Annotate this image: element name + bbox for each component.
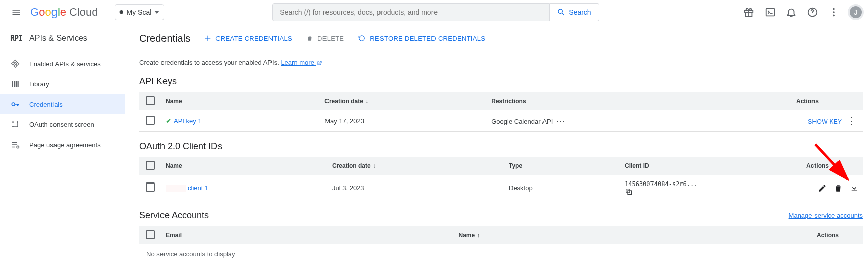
- sort-down-icon: ↓: [365, 98, 368, 105]
- select-all-checkbox[interactable]: [146, 161, 155, 170]
- project-icon: ⬢: [119, 9, 124, 15]
- oauth-title: OAuth 2.0 Client IDs: [139, 141, 868, 152]
- check-circle-icon: ✔: [166, 117, 172, 125]
- svg-point-5: [833, 11, 835, 13]
- create-credentials-button[interactable]: CREATE CREDENTIALS: [204, 35, 292, 42]
- library-icon: [10, 79, 20, 88]
- svg-rect-7: [12, 81, 13, 87]
- gcp-logo[interactable]: Google Cloud: [30, 6, 98, 19]
- restore-icon: [358, 35, 366, 42]
- api-key-row: ✔API key 1 May 17, 2023 Google Calendar …: [139, 110, 863, 132]
- search-wrap: Search: [272, 3, 599, 21]
- row-menu[interactable]: ⋮: [844, 116, 859, 126]
- content: Credentials CREATE CREDENTIALS DELETE RE…: [125, 24, 868, 275]
- select-all-checkbox[interactable]: [146, 230, 155, 239]
- api-key-name-link[interactable]: API key 1: [174, 117, 202, 125]
- redacted-icon: [166, 185, 186, 192]
- oauth-table: Name Creation date↓ Type Client ID Actio…: [139, 157, 863, 201]
- svg-point-4: [833, 8, 835, 10]
- svg-rect-10: [18, 81, 19, 87]
- oauth-row: client 1 Jul 3, 2023 Desktop 14563007408…: [139, 175, 863, 201]
- sidebar: RPI APIs & Services Enabled APIs & servi…: [0, 24, 125, 275]
- diamond-icon: [10, 59, 20, 68]
- svg-point-6: [833, 14, 835, 16]
- delete-button[interactable]: DELETE: [306, 35, 344, 42]
- svg-point-14: [17, 121, 18, 123]
- sort-up-icon: ↑: [477, 232, 480, 239]
- gift-icon[interactable]: [739, 2, 759, 22]
- oauth-client-link[interactable]: client 1: [188, 184, 208, 192]
- svg-rect-9: [16, 81, 17, 87]
- service-accounts-table: Email Name↑ Actions: [139, 226, 863, 244]
- plus-icon: [204, 35, 211, 42]
- delete-row-icon[interactable]: [834, 184, 843, 193]
- svg-point-13: [12, 126, 14, 127]
- notifications-icon[interactable]: [781, 2, 801, 22]
- manage-service-accounts-link[interactable]: Manage service accounts: [789, 212, 863, 219]
- project-picker[interactable]: ⬢ My Scal: [115, 4, 165, 20]
- sidebar-item-credentials[interactable]: Credentials: [0, 94, 125, 114]
- api-keys-title: API Keys: [139, 76, 868, 87]
- trash-icon: [306, 35, 313, 42]
- learn-more-link[interactable]: Learn more: [281, 59, 322, 66]
- search-button[interactable]: Search: [550, 3, 599, 21]
- svg-point-15: [17, 126, 18, 127]
- external-link-icon: [316, 60, 322, 66]
- hamburger-menu[interactable]: [4, 0, 28, 24]
- cloud-shell-icon[interactable]: [760, 2, 780, 22]
- search-icon: [557, 8, 566, 17]
- sidebar-item-oauth-consent[interactable]: OAuth consent screen: [0, 114, 125, 134]
- sidebar-header[interactable]: RPI APIs & Services: [0, 28, 125, 49]
- service-accounts-title: Service Accounts: [139, 210, 209, 221]
- restore-button[interactable]: RESTORE DELETED CREDENTIALS: [358, 35, 485, 42]
- sidebar-item-enabled-apis[interactable]: Enabled APIs & services: [0, 54, 125, 74]
- project-name: My Scal: [127, 8, 152, 16]
- svg-point-12: [12, 121, 14, 123]
- agreements-icon: [10, 140, 20, 149]
- sort-down-icon: ↓: [373, 162, 376, 169]
- api-keys-table: Name Creation date↓ Restrictions Actions…: [139, 92, 863, 132]
- consent-icon: [10, 120, 20, 129]
- intro-text: Create credentials to access your enable…: [139, 59, 868, 66]
- page-title: Credentials: [139, 33, 190, 44]
- download-icon[interactable]: [850, 184, 859, 193]
- select-all-checkbox[interactable]: [146, 96, 155, 105]
- row-checkbox[interactable]: [146, 116, 155, 125]
- copy-icon[interactable]: [625, 188, 798, 196]
- top-icons: J: [739, 2, 864, 22]
- avatar[interactable]: J: [848, 4, 864, 20]
- edit-icon[interactable]: [818, 184, 827, 193]
- api-logo-icon: RPI: [10, 34, 22, 43]
- top-bar: Google Cloud ⬢ My Scal Search J: [0, 0, 868, 24]
- svg-point-11: [12, 103, 15, 106]
- empty-state: No service accounts to display: [139, 244, 868, 264]
- svg-rect-8: [14, 81, 15, 87]
- sidebar-item-library[interactable]: Library: [0, 74, 125, 94]
- search-input[interactable]: [280, 8, 542, 16]
- chevron-down-icon: [154, 11, 159, 14]
- svg-rect-2: [766, 8, 775, 16]
- search-input-wrap[interactable]: [272, 3, 550, 21]
- page-header: Credentials CREATE CREDENTIALS DELETE RE…: [139, 26, 868, 51]
- more-icon[interactable]: [824, 2, 844, 22]
- help-icon[interactable]: [802, 2, 823, 22]
- row-checkbox[interactable]: [146, 182, 155, 192]
- key-icon: [10, 100, 20, 109]
- svg-point-16: [17, 146, 19, 148]
- restrictions-more[interactable]: ⋯: [553, 116, 568, 126]
- sidebar-item-page-usage[interactable]: Page usage agreements: [0, 134, 125, 155]
- show-key-button[interactable]: SHOW KEY: [808, 118, 842, 125]
